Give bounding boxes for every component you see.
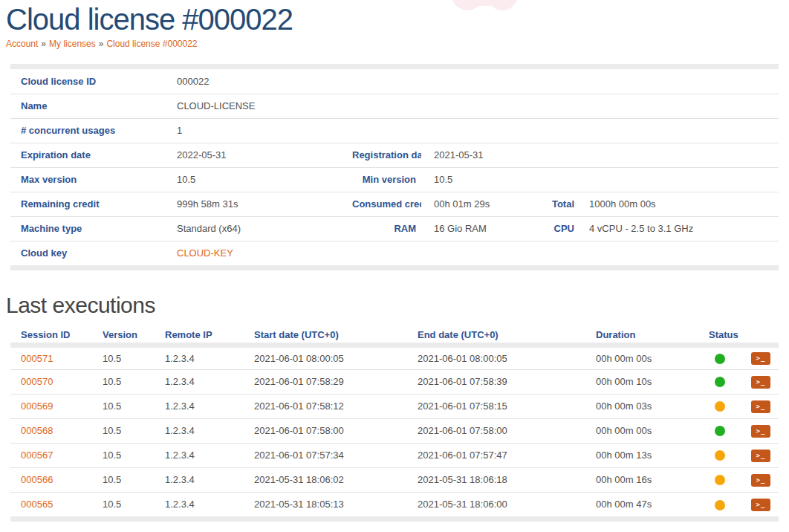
field-value: 10.5 — [421, 167, 540, 192]
start-date-cell: 2021-06-01 08:00:05 — [253, 345, 417, 369]
section-heading: Last executions — [6, 291, 789, 319]
console-icon[interactable]: >_ — [751, 376, 770, 389]
column-header-duration: Duration — [595, 327, 708, 345]
field-label: Min version — [351, 167, 421, 192]
version-cell: 10.5 — [102, 369, 164, 394]
version-cell: 10.5 — [102, 443, 164, 467]
breadcrumb: Account»My licenses»Cloud license #00002… — [0, 37, 789, 49]
console-icon[interactable]: >_ — [751, 352, 770, 365]
execution-row: 000571 10.5 1.2.3.4 2021-06-01 08:00:05 … — [10, 345, 779, 369]
end-date-cell: 2021-06-01 07:58:00 — [417, 418, 595, 443]
remote-ip-cell: 1.2.3.4 — [164, 345, 253, 369]
execution-row: 000569 10.5 1.2.3.4 2021-06-01 07:58:12 … — [10, 394, 779, 418]
remote-ip-cell: 1.2.3.4 — [164, 443, 253, 467]
end-date-cell: 2021-05-31 18:06:00 — [417, 492, 595, 516]
field-label: Total — [540, 192, 585, 216]
field-value: 999h 58m 31s — [176, 192, 351, 216]
field-label: Registration date — [351, 143, 421, 167]
console-icon[interactable]: >_ — [751, 425, 770, 438]
end-date-cell: 2021-06-01 07:57:47 — [417, 443, 595, 467]
start-date-cell: 2021-05-31 18:05:13 — [253, 492, 417, 516]
end-date-cell: 2021-06-01 07:58:15 — [417, 394, 595, 418]
cloud-key-link[interactable]: CLOUD-KEY — [177, 247, 233, 259]
field-label: Name — [10, 94, 176, 118]
field-label: # concurrent usages — [10, 118, 176, 143]
version-cell: 10.5 — [102, 418, 164, 443]
status-indicator-icon — [715, 377, 725, 387]
status-indicator-icon — [715, 475, 725, 485]
execution-row: 000570 10.5 1.2.3.4 2021-06-01 07:58:29 … — [10, 369, 779, 394]
duration-cell: 00h 00m 13s — [595, 443, 708, 467]
column-header-session-id: Session ID — [10, 327, 102, 345]
field-label: Expiration date — [10, 143, 176, 167]
column-header-status: Status — [708, 327, 743, 345]
session-link[interactable]: 000567 — [21, 450, 53, 461]
start-date-cell: 2021-06-01 07:57:34 — [253, 443, 417, 467]
execution-row: 000567 10.5 1.2.3.4 2021-06-01 07:57:34 … — [10, 443, 779, 467]
session-link[interactable]: 000570 — [21, 376, 53, 387]
remote-ip-cell: 1.2.3.4 — [164, 467, 253, 492]
field-label: Remaining credit — [10, 192, 176, 216]
status-indicator-icon — [715, 354, 725, 364]
duration-cell: 00h 00m 03s — [595, 394, 708, 418]
duration-cell: 00h 00m 00s — [595, 418, 708, 443]
table-header-row: Session ID Version Remote IP Start date … — [10, 327, 779, 345]
breadcrumb-link-current[interactable]: Cloud license #000022 — [106, 39, 197, 49]
duration-cell: 00h 00m 16s — [595, 467, 708, 492]
field-label: Consumed credit — [351, 192, 421, 216]
breadcrumb-link-account[interactable]: Account — [6, 39, 38, 49]
session-link[interactable]: 000571 — [21, 353, 53, 364]
session-link[interactable]: 000568 — [21, 425, 53, 436]
table-top-divider — [10, 64, 779, 69]
duration-cell: 00h 00m 10s — [595, 369, 708, 394]
session-link[interactable]: 000566 — [21, 474, 53, 485]
page: Cloud license #000022 Account»My license… — [0, 0, 789, 532]
column-header-start-date: Start date (UTC+0) — [253, 327, 417, 345]
field-value: 10.5 — [176, 167, 351, 192]
session-link[interactable]: 000569 — [21, 400, 53, 412]
console-icon[interactable]: >_ — [751, 474, 770, 487]
end-date-cell: 2021-06-01 07:58:39 — [417, 369, 595, 394]
column-header-version: Version — [102, 327, 164, 345]
execution-row: 000565 10.5 1.2.3.4 2021-05-31 18:05:13 … — [10, 492, 779, 516]
table-row: Max version 10.5 Min version 10.5 — [10, 167, 779, 192]
table-bottom-divider — [10, 265, 779, 270]
column-header-console — [743, 327, 779, 345]
field-value: 2021-05-31 — [421, 143, 540, 167]
field-value: 1 — [176, 118, 351, 143]
breadcrumb-separator: » — [99, 39, 104, 49]
field-value: 2022-05-31 — [176, 143, 351, 167]
table-row: Machine type Standard (x64) RAM 16 Gio R… — [10, 216, 779, 241]
duration-cell: 00h 00m 47s — [595, 492, 708, 516]
column-header-remote-ip: Remote IP — [164, 327, 253, 345]
column-header-end-date: End date (UTC+0) — [417, 327, 595, 345]
field-label: Cloud license ID — [10, 69, 176, 94]
breadcrumb-link-my-licenses[interactable]: My licenses — [49, 39, 96, 49]
license-details-table: Cloud license ID 000022 Name CLOUD-LICEN… — [10, 69, 779, 265]
remote-ip-cell: 1.2.3.4 — [164, 394, 253, 418]
start-date-cell: 2021-06-01 07:58:00 — [253, 418, 417, 443]
console-icon[interactable]: >_ — [751, 400, 770, 413]
remote-ip-cell: 1.2.3.4 — [164, 369, 253, 394]
status-indicator-icon — [715, 426, 725, 436]
status-indicator-icon — [715, 500, 725, 510]
table-row: Name CLOUD-LICENSE — [10, 94, 779, 118]
table-row: Expiration date 2022-05-31 Registration … — [10, 143, 779, 167]
field-value: CLOUD-LICENSE — [176, 94, 351, 118]
table-row: # concurrent usages 1 — [10, 118, 779, 143]
field-value: 000022 — [176, 69, 351, 94]
console-icon[interactable]: >_ — [751, 450, 770, 462]
start-date-cell: 2021-06-01 07:58:12 — [253, 394, 417, 418]
executions-table: Session ID Version Remote IP Start date … — [10, 327, 779, 516]
table-bottom-divider — [10, 516, 779, 522]
table-row: Cloud key CLOUD-KEY — [10, 241, 779, 265]
session-link[interactable]: 000565 — [21, 499, 53, 510]
field-value: 00h 01m 29s — [421, 192, 540, 216]
start-date-cell: 2021-06-01 07:58:29 — [253, 369, 417, 394]
execution-row: 000566 10.5 1.2.3.4 2021-05-31 18:06:02 … — [10, 467, 779, 492]
field-value: 1000h 00m 00s — [585, 192, 779, 216]
field-label: RAM — [351, 216, 421, 241]
version-cell: 10.5 — [102, 467, 164, 492]
duration-cell: 00h 00m 00s — [595, 345, 708, 369]
console-icon[interactable]: >_ — [751, 499, 770, 511]
